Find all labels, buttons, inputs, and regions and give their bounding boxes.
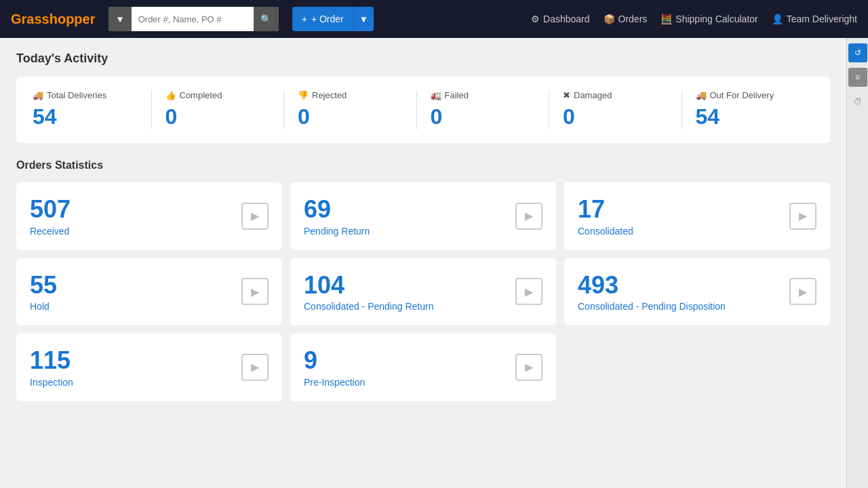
stat-card-received[interactable]: 507 Received ▶: [16, 182, 282, 250]
out-delivery-icon: 🚚: [696, 90, 707, 100]
stat-value-pre-inspection: 9: [304, 347, 365, 374]
team-icon: 👤: [772, 14, 783, 24]
stat-arrow-received[interactable]: ▶: [241, 203, 269, 230]
orders-icon: 📦: [604, 14, 615, 24]
stat-label-pre-inspection: Pre-Inspection: [304, 377, 365, 388]
damaged-value: 0: [563, 104, 668, 129]
nav-shipping-label: Shipping Calculator: [675, 14, 757, 24]
main-content: Today's Activity 🚚 Total Deliveries 54 👍…: [0, 38, 846, 415]
history-sidebar-button[interactable]: ⏱: [848, 92, 867, 111]
stat-arrow-inspection[interactable]: ▶: [241, 354, 269, 381]
stat-label-consolidated-pending-disposition: Consolidated - Pending Disposition: [578, 301, 726, 312]
stat-value-consolidated-pending-return: 104: [304, 272, 433, 299]
total-deliveries-label: 🚚 Total Deliveries: [33, 90, 138, 100]
stat-value-inspection: 115: [30, 347, 73, 374]
stat-content-inspection: 115 Inspection: [30, 347, 73, 388]
stat-content-pre-inspection: 9 Pre-Inspection: [304, 347, 365, 388]
total-deliveries-value: 54: [33, 104, 138, 129]
nav-orders[interactable]: 📦 Orders: [604, 14, 648, 24]
stat-content-hold: 55 Hold: [30, 272, 57, 312]
plus-icon: +: [302, 14, 307, 24]
rejected-label: 👎 Rejected: [298, 90, 403, 100]
stat-card-inspection[interactable]: 115 Inspection ▶: [16, 333, 282, 401]
activity-out-for-delivery: 🚚 Out For Delivery 54: [682, 90, 814, 129]
nav-team-label: Team Deliveright: [787, 14, 857, 24]
stat-label-pending-return: Pending Return: [304, 226, 370, 237]
truck-icon: 🚚: [33, 90, 43, 100]
header: Grasshopper ▼ 🔍 + + Order ▼ ⚙ Dashboard …: [0, 0, 868, 38]
activity-rejected: 👎 Rejected 0: [284, 90, 417, 129]
orders-statistics-title: Orders Statistics: [16, 159, 830, 171]
stat-content-consolidated-pending-disposition: 493 Consolidated - Pending Disposition: [578, 272, 726, 312]
stat-label-received: Received: [30, 226, 71, 237]
stat-arrow-consolidated-pending-disposition[interactable]: ▶: [789, 278, 816, 305]
stat-value-pending-return: 69: [304, 196, 370, 223]
stat-arrow-consolidated-pending-return[interactable]: ▶: [515, 278, 542, 305]
search-wrapper: ▼ 🔍: [108, 7, 278, 31]
main-nav: ⚙ Dashboard 📦 Orders 🧮 Shipping Calculat…: [531, 14, 857, 24]
out-for-delivery-label: 🚚 Out For Delivery: [696, 90, 801, 100]
stat-value-consolidated-pending-disposition: 493: [578, 272, 726, 299]
search-icon: 🔍: [260, 14, 272, 24]
stat-value-hold: 55: [30, 272, 57, 299]
stat-card-pre-inspection[interactable]: 9 Pre-Inspection ▶: [290, 333, 556, 401]
nav-dashboard[interactable]: ⚙ Dashboard: [531, 14, 590, 24]
stat-value-consolidated: 17: [578, 196, 633, 223]
stats-grid: 507 Received ▶ 69 Pending Return ▶ 17 Co…: [16, 182, 830, 401]
stat-card-hold[interactable]: 55 Hold ▶: [16, 258, 282, 326]
stat-label-consolidated-pending-return: Consolidated - Pending Return: [304, 301, 433, 312]
stat-card-consolidated-pending-disposition[interactable]: 493 Consolidated - Pending Disposition ▶: [564, 258, 830, 326]
stat-card-pending-return[interactable]: 69 Pending Return ▶: [290, 182, 556, 250]
thumb-down-icon: 👎: [298, 90, 309, 100]
completed-value: 0: [165, 104, 271, 129]
stat-content-pending-return: 69 Pending Return: [304, 196, 370, 237]
stat-arrow-pre-inspection[interactable]: ▶: [515, 354, 542, 381]
stat-card-consolidated-pending-return[interactable]: 104 Consolidated - Pending Return ▶: [290, 258, 556, 326]
activity-completed: 👍 Completed 0: [152, 90, 285, 129]
stat-value-received: 507: [30, 196, 71, 223]
stat-content-received: 507 Received: [30, 196, 71, 237]
stat-arrow-pending-return[interactable]: ▶: [515, 203, 542, 230]
search-input[interactable]: [132, 7, 254, 31]
shipping-icon: 🧮: [660, 14, 672, 24]
thumb-up-icon: 👍: [165, 90, 176, 100]
damage-icon: ✖: [563, 90, 570, 100]
fail-icon: 🚛: [431, 90, 441, 100]
app-logo: Grasshopper: [11, 12, 95, 27]
stat-arrow-hold[interactable]: ▶: [241, 278, 269, 305]
add-order-button[interactable]: + + Order: [292, 7, 353, 31]
add-order-dropdown-button[interactable]: ▼: [353, 7, 374, 31]
page-title: Today's Activity: [16, 52, 830, 66]
stat-card-consolidated[interactable]: 17 Consolidated ▶: [564, 182, 830, 250]
activity-failed: 🚛 Failed 0: [417, 90, 550, 129]
stat-arrow-consolidated[interactable]: ▶: [789, 203, 816, 230]
stat-label-consolidated: Consolidated: [578, 226, 633, 237]
failed-value: 0: [431, 104, 536, 129]
dashboard-icon: ⚙: [531, 14, 540, 24]
nav-orders-label: Orders: [618, 14, 648, 24]
completed-label: 👍 Completed: [165, 90, 271, 100]
stat-content-consolidated: 17 Consolidated: [578, 196, 633, 237]
nav-dashboard-label: Dashboard: [543, 14, 590, 24]
stat-content-consolidated-pending-return: 104 Consolidated - Pending Return: [304, 272, 433, 312]
rejected-value: 0: [298, 104, 403, 129]
activity-damaged: ✖ Damaged 0: [549, 90, 682, 129]
bars-sidebar-button[interactable]: ≡: [848, 68, 867, 87]
stat-label-inspection: Inspection: [30, 377, 73, 388]
stat-label-hold: Hold: [30, 301, 57, 312]
add-order-label: + Order: [311, 14, 344, 24]
nav-team[interactable]: 👤 Team Deliveright: [772, 14, 857, 24]
activity-total-deliveries: 🚚 Total Deliveries 54: [33, 90, 152, 129]
sidebar-right: ↺ ≡ ⏱: [846, 38, 868, 415]
failed-label: 🚛 Failed: [431, 90, 536, 100]
out-for-delivery-value: 54: [696, 104, 801, 129]
filter-icon: ▼: [115, 14, 124, 24]
activity-card: 🚚 Total Deliveries 54 👍 Completed 0 👎 Re…: [16, 77, 830, 143]
nav-shipping[interactable]: 🧮 Shipping Calculator: [660, 14, 757, 24]
search-button[interactable]: 🔍: [254, 7, 279, 31]
damaged-label: ✖ Damaged: [563, 90, 668, 100]
refresh-sidebar-button[interactable]: ↺: [848, 43, 867, 62]
filter-button[interactable]: ▼: [108, 7, 131, 31]
add-order-group: + + Order ▼: [287, 7, 374, 31]
